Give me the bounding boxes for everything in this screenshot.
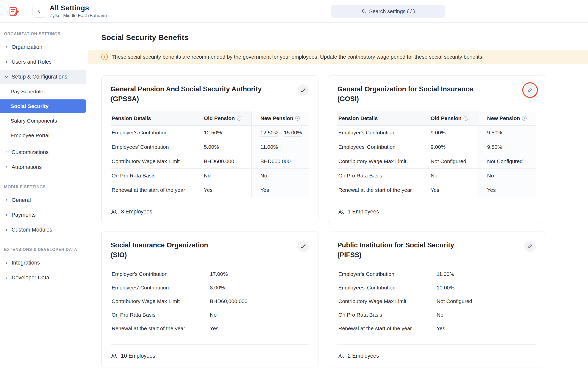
benefit-details-list: Employer's Contribution 11.00% Employees… (337, 267, 536, 335)
search-icon (362, 9, 367, 14)
info-icon[interactable]: i (522, 116, 527, 121)
card-sio: Social Insurance Organization (SIO) Empl… (101, 232, 318, 367)
changed-value-cell: 12.50% 15.00% (251, 126, 309, 140)
section-label-organization-settings: ORGANIZATION SETTINGS (0, 27, 88, 39)
chevron-right-icon (5, 261, 8, 265)
app-logo-icon[interactable] (8, 5, 20, 17)
sidebar-item-label: Social Security (11, 103, 49, 109)
people-icon (111, 353, 117, 359)
top-header: All Settings Zylker Middle East (Bahrain… (0, 0, 588, 23)
people-icon (111, 208, 117, 215)
sidebar-item-label: Developer Data (12, 275, 49, 281)
chevron-right-icon (5, 60, 8, 64)
main-content: Social Security Benefits i These social … (88, 23, 588, 373)
section-label-module-settings: MODULE SETTINGS (0, 180, 88, 192)
table-row: Renewal at the start of the year Yes Yes (111, 183, 309, 197)
table-row: Contributory Wage Max Limit BHD600.000 B… (111, 154, 309, 169)
chevron-right-icon (5, 198, 8, 202)
info-icon[interactable]: i (464, 116, 468, 121)
employees-count: 2 Employees (337, 344, 536, 359)
benefit-details-list: Employer's Contribution 17.00% Employees… (111, 267, 309, 335)
search-placeholder-text: Search settings ( / ) (369, 8, 415, 14)
card-title: General Pension And Social Security Auth… (111, 84, 262, 104)
sidebar-item-payments[interactable]: Payments (0, 208, 86, 222)
column-header: Old Pension i (204, 111, 251, 125)
sidebar-item-custom-modules[interactable]: Custom Modules (0, 223, 86, 237)
edit-button[interactable] (298, 84, 309, 96)
edit-button[interactable] (524, 84, 536, 96)
chevron-down-icon (5, 75, 8, 79)
sidebar-item-pay-schedule[interactable]: Pay Schedule (0, 85, 86, 98)
chevron-right-icon (5, 276, 8, 280)
edit-button[interactable] (524, 240, 536, 252)
list-item: Renewal at the start of the year Yes (337, 322, 536, 335)
sidebar-item-label: Salary Components (11, 118, 57, 124)
pencil-icon (527, 87, 533, 93)
sidebar-item-label: Setup & Configurations (12, 74, 67, 80)
table-row: Employees' Contribution 5.00% 11.00% (111, 140, 309, 154)
sidebar-item-organization[interactable]: Organization (0, 40, 86, 54)
sidebar-item-automations[interactable]: Automations (0, 160, 86, 174)
back-button[interactable] (32, 5, 45, 18)
pencil-icon (527, 243, 533, 249)
info-icon: i (101, 54, 108, 60)
chevron-right-icon (5, 228, 8, 232)
info-banner: i These social security benefits are rec… (88, 50, 588, 64)
table-row: On Pro Rata Basis No No (337, 169, 536, 183)
list-item: On Pro Rata Basis No (111, 308, 309, 322)
card-pifss: Public Institution for Social Security (… (328, 232, 545, 367)
card-title: Public Institution for Social Security (… (337, 240, 454, 260)
table-row: Renewal at the start of the year Yes Yes (337, 183, 536, 197)
column-header: Pension Details (111, 111, 204, 125)
column-header: Old Pension i (431, 111, 478, 125)
pension-table: Pension Details Old Pension i New Pensio… (337, 111, 536, 197)
table-row: On Pro Rata Basis No No (111, 169, 309, 183)
sidebar-item-label: General (12, 197, 31, 203)
sidebar-item-developer-data[interactable]: Developer Data (0, 271, 86, 285)
divider (27, 5, 27, 18)
page-title: Social Security Benefits (88, 23, 588, 42)
previous-value[interactable]: 12.50% (260, 130, 278, 136)
sidebar-item-general[interactable]: General (0, 193, 86, 207)
sidebar-item-label: Custom Modules (12, 227, 52, 233)
highlight-ring (522, 82, 538, 98)
info-banner-text: These social security benefits are recom… (112, 54, 484, 60)
info-icon[interactable]: i (295, 116, 300, 121)
sidebar-item-social-security[interactable]: Social Security (0, 99, 86, 113)
search-settings-input[interactable]: Search settings ( / ) (331, 5, 445, 18)
info-icon[interactable]: i (237, 116, 241, 121)
sidebar-item-users-and-roles[interactable]: Users and Roles (0, 55, 86, 69)
column-header: Pension Details (337, 111, 431, 125)
settings-sidebar: ORGANIZATION SETTINGS Organization Users… (0, 23, 88, 373)
card-gosi: General Organization for Social Insuranc… (328, 76, 545, 223)
sidebar-item-label: Customizations (12, 149, 49, 156)
section-label-extensions-developer-data: EXTENSIONS & DEVELOPER DATA (0, 243, 88, 255)
new-value[interactable]: 15.00% (284, 130, 302, 136)
sidebar-item-label: Automations (12, 164, 42, 170)
pencil-icon (301, 243, 306, 249)
sidebar-item-integrations[interactable]: Integrations (0, 256, 86, 270)
chevron-right-icon (5, 45, 8, 49)
sidebar-item-customizations[interactable]: Customizations (0, 145, 86, 159)
edit-button[interactable] (298, 240, 309, 252)
card-title: General Organization for Social Insuranc… (337, 84, 473, 104)
table-row: Employees' Contribution 9.00% 9.50% (337, 140, 536, 154)
list-item: Employees' Contribution 8.00% (111, 281, 309, 294)
column-header: New Pension i (478, 111, 536, 125)
sidebar-item-label: Payments (12, 212, 36, 218)
sidebar-item-setup-configurations[interactable]: Setup & Configurations (0, 70, 86, 84)
list-item: Renewal at the start of the year Yes (111, 322, 309, 335)
table-row: Contributory Wage Max Limit Not Configur… (337, 154, 536, 169)
sidebar-item-label: Organization (12, 44, 42, 50)
pension-table: Pension Details Old Pension i New Pensio… (111, 111, 309, 197)
setup-configurations-children: Pay Schedule Social Security Salary Comp… (0, 85, 88, 142)
employees-count: 10 Employees (111, 344, 309, 359)
people-icon (337, 353, 344, 359)
sidebar-item-salary-components[interactable]: Salary Components (0, 114, 86, 128)
list-item: Contributory Wage Max Limit BHD60,000.00… (111, 294, 309, 308)
employees-count: 1 Employees (337, 208, 536, 215)
table-row: Employer's Contribution 9.00% 9.50% (337, 126, 536, 140)
card-gpssa: General Pension And Social Security Auth… (101, 76, 318, 223)
sidebar-item-employee-portal[interactable]: Employee Portal (0, 129, 86, 142)
list-item: Contributory Wage Max Limit Not Configur… (337, 294, 536, 308)
